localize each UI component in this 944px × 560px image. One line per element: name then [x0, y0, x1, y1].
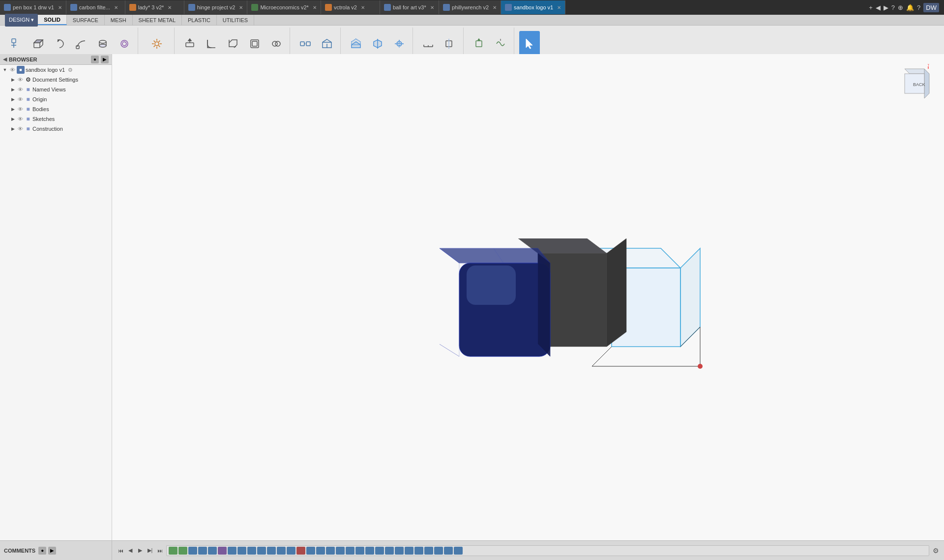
- tab-close-carbon[interactable]: ✕: [114, 5, 118, 10]
- timeline-item-15[interactable]: [316, 547, 325, 555]
- timeline-item-27[interactable]: [434, 547, 443, 555]
- timeline-item-13[interactable]: [296, 547, 305, 555]
- origin-arrow[interactable]: ▶: [10, 96, 16, 102]
- timeline-item-23[interactable]: [395, 547, 404, 555]
- timeline-settings[interactable]: ⚙: [931, 546, 940, 555]
- construction-arrow[interactable]: ▶: [10, 126, 16, 132]
- tool-automate[interactable]: [147, 31, 167, 57]
- named-views-arrow[interactable]: ▶: [10, 87, 16, 92]
- timeline-item-26[interactable]: [424, 547, 433, 555]
- tool-press-pull[interactable]: [179, 31, 200, 57]
- tool-offset-plane[interactable]: [346, 31, 366, 57]
- timeline-item-20[interactable]: [365, 547, 374, 555]
- timeline-play[interactable]: ▶: [136, 546, 145, 555]
- timeline-item-22[interactable]: [385, 547, 394, 555]
- tool-select[interactable]: [519, 31, 540, 57]
- timeline-item-19[interactable]: [355, 547, 364, 555]
- tool-hole[interactable]: [92, 31, 113, 57]
- account-button[interactable]: ?: [917, 4, 920, 11]
- timeline-item-24[interactable]: [405, 547, 413, 555]
- tool-construct-3[interactable]: [389, 31, 410, 57]
- tab-close-hinge[interactable]: ✕: [239, 5, 243, 10]
- eye-icon-bodies[interactable]: 👁: [17, 106, 24, 113]
- tab-close-pen-box[interactable]: ✕: [58, 5, 62, 10]
- tree-item-bodies[interactable]: ▶ 👁 ■ Bodies: [0, 104, 112, 114]
- notifications-button[interactable]: 🔔: [906, 4, 914, 11]
- tab-ball[interactable]: ball for art v3* ✕: [380, 0, 439, 14]
- timeline-track[interactable]: [166, 545, 929, 556]
- tree-item-sketches[interactable]: ▶ 👁 ■ Sketches: [0, 114, 112, 124]
- tab-close-vctrola[interactable]: ✕: [361, 5, 365, 10]
- tool-extrude[interactable]: [28, 31, 48, 57]
- timeline-item-16[interactable]: [326, 547, 335, 555]
- sketches-arrow[interactable]: ▶: [10, 116, 16, 122]
- tool-fillet[interactable]: [201, 31, 222, 57]
- eye-icon-construction[interactable]: 👁: [17, 125, 24, 132]
- tab-close-ball[interactable]: ✕: [430, 5, 434, 10]
- nav-next-button[interactable]: ▶: [884, 4, 888, 11]
- tool-combine[interactable]: [266, 31, 287, 57]
- eye-icon-doc[interactable]: 👁: [17, 76, 24, 83]
- tree-root-item[interactable]: ▼ 👁 ■ sandbox logo v1 ⚙: [0, 65, 112, 75]
- tool-measure[interactable]: [418, 31, 439, 57]
- tool-revolve[interactable]: [49, 31, 70, 57]
- toolbar-tab-solid[interactable]: SOLID: [38, 15, 67, 25]
- tool-sweep[interactable]: [71, 31, 91, 57]
- timeline-item-25[interactable]: [414, 547, 423, 555]
- timeline-item-9[interactable]: [257, 547, 266, 555]
- timeline-item-28[interactable]: [444, 547, 453, 555]
- browser-action-circle[interactable]: ●: [91, 56, 99, 63]
- comments-expand-btn[interactable]: ▶: [48, 547, 56, 555]
- timeline-item-12[interactable]: [287, 547, 295, 555]
- user-initials[interactable]: DW: [923, 3, 939, 12]
- tab-close-micro[interactable]: ✕: [313, 5, 317, 10]
- browser-collapse-icon[interactable]: ◀: [3, 56, 7, 62]
- timeline-item-7[interactable]: [237, 547, 246, 555]
- nav-prev-button[interactable]: ◀: [876, 4, 881, 11]
- tool-assemble-2[interactable]: [317, 31, 337, 57]
- eye-icon-named-views[interactable]: 👁: [17, 86, 24, 93]
- tab-vctrola[interactable]: vctrola v2 ✕: [321, 0, 380, 14]
- help-button[interactable]: ?: [891, 4, 895, 11]
- root-settings-icon[interactable]: ⚙: [68, 67, 73, 73]
- tab-micro[interactable]: Microeconomics v2* ✕: [247, 0, 321, 14]
- tree-item-doc-settings[interactable]: ▶ 👁 ⚙ Document Settings: [0, 75, 112, 85]
- tool-section-analysis[interactable]: [440, 31, 460, 57]
- connection-button[interactable]: ⊕: [898, 4, 903, 11]
- timeline-item-11[interactable]: [277, 547, 286, 555]
- toolbar-tab-utilities[interactable]: UTILITIES: [217, 15, 254, 25]
- toolbar-tab-plastic[interactable]: PLASTIC: [182, 15, 217, 25]
- tab-hinge[interactable]: hinge project v2 ✕: [184, 0, 248, 14]
- timeline-item-18[interactable]: [346, 547, 354, 555]
- timeline-to-start[interactable]: ⏮: [116, 546, 125, 555]
- browser-action-arrow[interactable]: ▶: [101, 56, 109, 63]
- root-collapse-arrow[interactable]: ▼: [2, 67, 8, 73]
- tool-insert-svg[interactable]: [490, 31, 511, 57]
- add-tab-button[interactable]: +: [869, 4, 873, 11]
- tab-carbon-filt[interactable]: carbon filte... ✕: [66, 0, 125, 14]
- timeline-item-0[interactable]: [169, 547, 177, 555]
- timeline-step-forward[interactable]: ▶|: [146, 546, 154, 555]
- timeline-item-6[interactable]: [228, 547, 236, 555]
- doc-settings-arrow[interactable]: ▶: [10, 77, 16, 83]
- tool-chamfer[interactable]: [223, 31, 243, 57]
- timeline-item-8[interactable]: [247, 547, 256, 555]
- timeline-step-back[interactable]: ◀: [126, 546, 135, 555]
- viewport[interactable]: BACK Y: [112, 54, 944, 540]
- eye-icon-origin[interactable]: 👁: [17, 96, 24, 103]
- timeline-item-2[interactable]: [188, 547, 197, 555]
- tree-item-construction[interactable]: ▶ 👁 ■ Construction: [0, 124, 112, 134]
- tool-joint[interactable]: [295, 31, 316, 57]
- design-button[interactable]: DESIGN ▾: [5, 14, 38, 27]
- nav-cube[interactable]: BACK Y: [895, 64, 934, 103]
- tab-phillywrench[interactable]: phillywrench v2 ✕: [439, 0, 501, 14]
- tree-item-named-views[interactable]: ▶ 👁 ■ Named Views: [0, 85, 112, 94]
- timeline-item-29[interactable]: [454, 547, 463, 555]
- timeline-to-end[interactable]: ⏭: [155, 546, 164, 555]
- timeline-item-10[interactable]: [267, 547, 276, 555]
- tab-close-sandbox[interactable]: ✕: [557, 5, 561, 10]
- tool-thread[interactable]: [114, 31, 135, 57]
- timeline-item-4[interactable]: [208, 547, 217, 555]
- toolbar-tab-mesh[interactable]: MESH: [105, 15, 133, 25]
- eye-icon-root[interactable]: 👁: [9, 66, 16, 73]
